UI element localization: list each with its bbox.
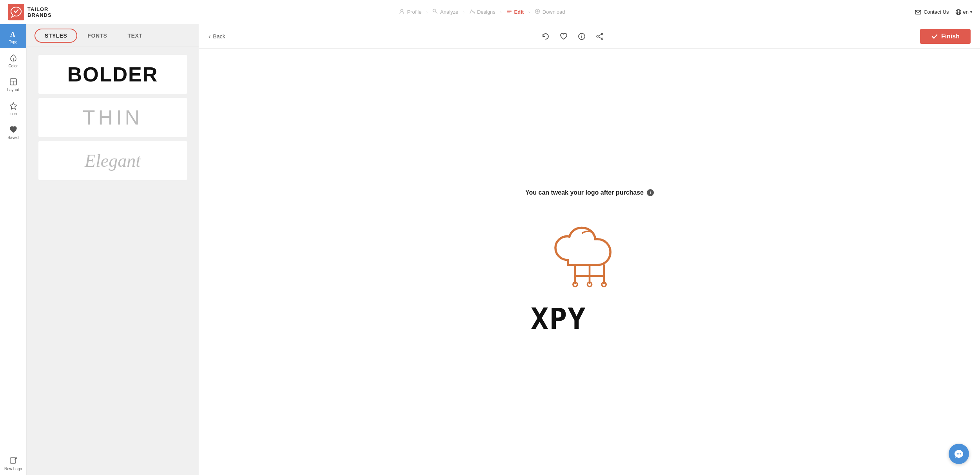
nav-step-designs[interactable]: Designs xyxy=(466,7,499,17)
sidebar-new-logo-label: New Logo xyxy=(4,467,22,471)
nav-step-analyze[interactable]: Analyze xyxy=(429,7,461,17)
check-icon xyxy=(931,33,938,40)
language-selector[interactable]: en ▾ xyxy=(955,9,972,15)
heart-icon xyxy=(559,32,568,41)
brand-logo-svg xyxy=(8,4,24,20)
new-logo-icon xyxy=(9,457,18,465)
main-layout: A Type Color Layout Icon Saved New Logo xyxy=(0,24,980,475)
sidebar-saved-label: Saved xyxy=(7,135,18,140)
sidebar-layout-label: Layout xyxy=(7,88,19,92)
info-button[interactable] xyxy=(577,32,586,41)
sidebar-icon-label: Icon xyxy=(9,112,17,116)
color-icon xyxy=(9,54,18,62)
logo-preview: XPY xyxy=(527,212,652,335)
logo-cloud-icon xyxy=(546,212,633,290)
svg-point-34 xyxy=(602,282,606,286)
designs-icon xyxy=(469,9,475,15)
share-button[interactable] xyxy=(595,32,604,41)
preview-content: You can tweak your logo after purchase i xyxy=(199,49,980,475)
sidebar-type-label: Type xyxy=(9,40,18,44)
nav-chevron-2: › xyxy=(463,10,465,14)
style-elegant-label: Elegant xyxy=(85,150,141,171)
favorite-button[interactable] xyxy=(559,32,568,41)
undo-button[interactable] xyxy=(541,32,550,41)
preview-toolbar: ‹ Back Finish xyxy=(199,24,980,49)
download-icon xyxy=(535,9,540,15)
chat-button[interactable] xyxy=(949,444,969,464)
panel-tabs: STYLES FONTS TEXT xyxy=(27,24,199,47)
back-button[interactable]: ‹ Back xyxy=(209,33,225,40)
svg-line-3 xyxy=(435,12,437,14)
style-elegant[interactable]: Elegant xyxy=(38,141,187,180)
sidebar-item-type[interactable]: A Type xyxy=(0,24,26,48)
svg-point-20 xyxy=(601,33,603,35)
top-nav: TAILOR BRANDS Profile › Analyze › Design… xyxy=(0,0,980,24)
svg-text:XPY: XPY xyxy=(531,302,586,335)
nav-step-designs-label: Designs xyxy=(477,9,495,15)
sidebar-item-new-logo[interactable]: New Logo xyxy=(0,451,26,475)
nav-step-profile[interactable]: Profile xyxy=(396,7,425,17)
nav-step-profile-label: Profile xyxy=(407,9,421,15)
preview-area: ‹ Back Finish xyxy=(199,24,980,475)
profile-icon xyxy=(399,9,405,15)
brand-name: TAILOR BRANDS xyxy=(27,6,52,18)
back-chevron-icon: ‹ xyxy=(209,33,211,40)
sidebar-item-color[interactable]: Color xyxy=(0,48,26,72)
nav-chevron-4: › xyxy=(528,10,530,14)
chat-icon xyxy=(954,449,964,459)
style-thin-label: THIN xyxy=(83,106,143,129)
svg-point-1 xyxy=(401,9,403,12)
sidebar-icons: A Type Color Layout Icon Saved New Logo xyxy=(0,24,27,475)
saved-icon xyxy=(9,125,18,134)
left-panel: STYLES FONTS TEXT BOLDER THIN Elegant xyxy=(27,24,199,475)
undo-icon xyxy=(541,32,550,41)
svg-point-37 xyxy=(958,453,960,455)
edit-icon xyxy=(506,9,512,15)
layout-icon xyxy=(9,78,18,86)
nav-step-download[interactable]: Download xyxy=(532,7,568,17)
nav-steps: Profile › Analyze › Designs › Edit › xyxy=(86,7,878,17)
sidebar-item-saved[interactable]: Saved xyxy=(0,120,26,144)
svg-rect-16 xyxy=(10,458,16,463)
svg-rect-4 xyxy=(507,10,512,11)
svg-point-33 xyxy=(588,282,592,286)
svg-point-32 xyxy=(573,282,577,286)
svg-rect-6 xyxy=(507,13,510,13)
style-bolder-label: BOLDER xyxy=(67,63,158,86)
finish-button[interactable]: Finish xyxy=(920,29,971,44)
styles-list: BOLDER THIN Elegant xyxy=(27,47,199,475)
brand-logo-area[interactable]: TAILOR BRANDS xyxy=(8,4,86,20)
logo-text-container: XPY xyxy=(527,300,652,335)
nav-step-edit[interactable]: Edit xyxy=(503,7,527,17)
svg-point-21 xyxy=(601,38,603,40)
style-bolder[interactable]: BOLDER xyxy=(38,55,187,94)
svg-point-22 xyxy=(597,36,598,37)
svg-rect-5 xyxy=(507,11,512,12)
nav-chevron-1: › xyxy=(426,10,428,14)
sidebar-color-label: Color xyxy=(9,64,18,68)
svg-rect-8 xyxy=(915,10,921,14)
tab-styles[interactable]: STYLES xyxy=(34,29,77,43)
nav-step-analyze-label: Analyze xyxy=(440,9,458,15)
toolbar-actions xyxy=(541,32,604,41)
purchase-info-icon: i xyxy=(647,189,654,196)
contact-us-button[interactable]: Contact Us xyxy=(915,9,949,15)
nav-step-download-label: Download xyxy=(543,9,565,15)
nav-right: Contact Us en ▾ xyxy=(878,9,972,15)
sidebar-item-layout[interactable]: Layout xyxy=(0,72,26,96)
svg-line-24 xyxy=(598,37,601,38)
svg-point-19 xyxy=(581,34,582,35)
sidebar-item-icon[interactable]: Icon xyxy=(0,96,26,120)
type-icon: A xyxy=(9,30,18,38)
svg-text:A: A xyxy=(10,31,15,38)
tab-fonts[interactable]: FONTS xyxy=(77,29,117,43)
tab-text[interactable]: TEXT xyxy=(117,29,152,43)
style-thin[interactable]: THIN xyxy=(38,98,187,137)
svg-point-38 xyxy=(960,453,961,455)
svg-line-23 xyxy=(598,34,601,36)
info-icon xyxy=(577,32,586,41)
mail-icon xyxy=(915,9,921,15)
icon-icon xyxy=(9,101,18,110)
nav-step-edit-label: Edit xyxy=(514,9,524,15)
share-icon xyxy=(595,32,604,41)
